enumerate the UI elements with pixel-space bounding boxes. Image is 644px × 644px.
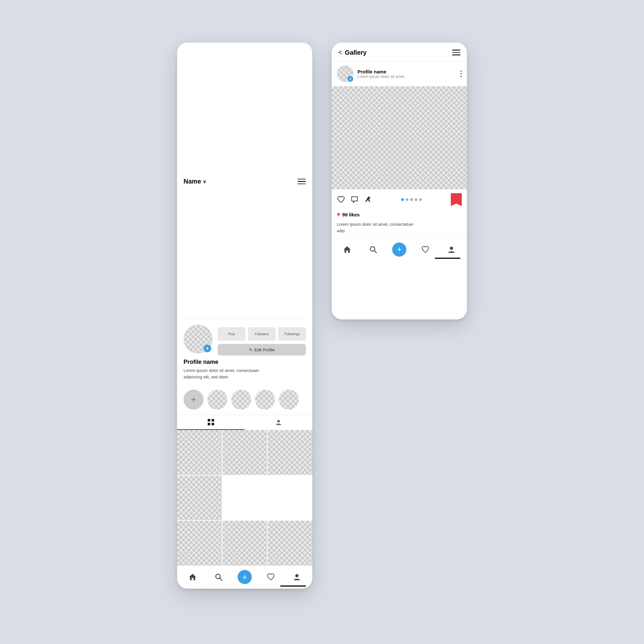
dot-indicator-2 bbox=[406, 198, 408, 201]
menu-button[interactable] bbox=[298, 179, 306, 185]
post-user-subtitle: Lorem ipsum dolor sit amet, bbox=[357, 74, 457, 79]
likes-count: 99 likes bbox=[342, 212, 360, 217]
nav-profile-button[interactable] bbox=[289, 569, 305, 585]
avatar-add-button[interactable]: + bbox=[204, 345, 211, 352]
phone-gallery: < Gallery + Profile name Lorem ipsum dol… bbox=[332, 43, 467, 319]
followers-stat: Followers bbox=[248, 327, 276, 341]
photo-cell-6[interactable] bbox=[223, 521, 267, 565]
nav-add-button[interactable]: + bbox=[237, 569, 252, 585]
hamburger-line bbox=[452, 54, 460, 55]
svg-rect-0 bbox=[208, 419, 210, 421]
search-icon bbox=[214, 573, 223, 581]
person-icon-2 bbox=[447, 245, 456, 254]
photo-cell-5[interactable] bbox=[177, 521, 222, 565]
svg-point-4 bbox=[277, 420, 280, 422]
chevron-down-icon: ∨ bbox=[203, 179, 206, 184]
share-icon bbox=[364, 195, 372, 204]
dot-2 bbox=[460, 73, 462, 74]
story-2[interactable] bbox=[231, 390, 251, 410]
person-icon bbox=[293, 573, 301, 581]
hamburger-line bbox=[452, 50, 460, 51]
add-circle-2[interactable]: + bbox=[392, 242, 406, 257]
home-icon bbox=[188, 573, 197, 581]
bottom-nav: + bbox=[177, 565, 312, 589]
heart-icon-2 bbox=[421, 245, 430, 254]
photo-grid bbox=[177, 430, 312, 565]
profile-name-header[interactable]: Name ∨ bbox=[184, 178, 206, 185]
phone-profile: Name ∨ + Post bbox=[177, 43, 312, 589]
nav-search-button[interactable] bbox=[211, 569, 226, 585]
share-button[interactable] bbox=[364, 195, 372, 204]
dot-1 bbox=[460, 71, 462, 72]
followings-stat: Followings bbox=[278, 327, 306, 341]
profile-display-name: Profile name bbox=[184, 359, 306, 365]
home-icon-2 bbox=[343, 245, 351, 254]
photo-cell-4[interactable] bbox=[177, 476, 222, 520]
gallery-menu-button[interactable] bbox=[452, 50, 460, 55]
profile-top-row: + Post Followers Followings bbox=[184, 325, 306, 355]
post-user-row: + Profile name Lorem ipsum dolor sit ame… bbox=[332, 62, 467, 86]
back-chevron-icon[interactable]: < bbox=[338, 48, 342, 57]
nav2-profile-button[interactable] bbox=[444, 242, 459, 257]
edit-profile-label: Edit Profile bbox=[254, 347, 275, 352]
stats-row: Post Followers Followings bbox=[218, 327, 306, 341]
svg-rect-3 bbox=[212, 423, 214, 425]
svg-point-7 bbox=[295, 574, 298, 577]
svg-rect-1 bbox=[212, 419, 214, 421]
dot-3 bbox=[460, 76, 462, 77]
more-options-button[interactable] bbox=[460, 71, 462, 77]
add-story-button[interactable]: + bbox=[184, 390, 204, 410]
avatar-wrap: + bbox=[184, 325, 213, 354]
heart-icon bbox=[267, 573, 275, 581]
comment-button[interactable] bbox=[350, 195, 359, 204]
nav2-home-button[interactable] bbox=[339, 242, 355, 257]
heart-outline-icon bbox=[337, 195, 345, 204]
person-tab-icon bbox=[275, 419, 282, 426]
grid-icon bbox=[207, 419, 214, 426]
post-avatar-wrap: + bbox=[337, 65, 354, 82]
photo-cell-1[interactable] bbox=[177, 430, 222, 475]
nav2-heart-button[interactable] bbox=[418, 242, 433, 257]
back-section: < Gallery bbox=[338, 48, 367, 57]
phone2-header: < Gallery bbox=[332, 43, 467, 62]
search-icon-2 bbox=[369, 245, 377, 254]
story-1[interactable] bbox=[207, 390, 227, 410]
post-likes-row: ♥ 99 likes bbox=[332, 210, 467, 220]
phone1-header: Name ∨ bbox=[177, 43, 312, 319]
bottom-nav-2: + bbox=[332, 238, 467, 261]
svg-point-11 bbox=[450, 247, 453, 250]
home-indicator bbox=[280, 585, 306, 587]
nav-heart-button[interactable] bbox=[263, 569, 279, 585]
page-container: Name ∨ + Post bbox=[177, 43, 467, 589]
heart-filled-icon: ♥ bbox=[337, 211, 340, 218]
nav2-search-button[interactable] bbox=[365, 242, 381, 257]
stories-row: + bbox=[177, 388, 312, 415]
photo-cell-7[interactable] bbox=[268, 521, 312, 565]
nav2-add-button[interactable]: + bbox=[392, 242, 407, 257]
gallery-title: Gallery bbox=[345, 49, 367, 56]
tab-tagged[interactable] bbox=[245, 415, 312, 430]
dot-indicator-1 bbox=[401, 198, 404, 201]
content-tabs bbox=[177, 415, 312, 430]
story-4[interactable] bbox=[279, 390, 299, 410]
hamburger-line bbox=[298, 181, 306, 182]
name-label: Name bbox=[184, 178, 201, 185]
stats-section: Post Followers Followings ✎ Edit Profile bbox=[218, 325, 306, 355]
post-username: Profile name bbox=[357, 69, 457, 74]
story-3[interactable] bbox=[255, 390, 275, 410]
edit-profile-button[interactable]: ✎ Edit Profile bbox=[218, 344, 306, 355]
like-button[interactable] bbox=[337, 195, 345, 204]
post-caption: Lorem ipsum dolor sit amet, consectetuer… bbox=[332, 220, 467, 238]
post-image[interactable] bbox=[332, 86, 467, 189]
post-avatar-add-button[interactable]: + bbox=[347, 76, 353, 82]
svg-rect-2 bbox=[208, 423, 210, 425]
tab-grid[interactable] bbox=[177, 415, 245, 430]
post-actions-row bbox=[332, 189, 467, 210]
photo-cell-2[interactable] bbox=[223, 430, 267, 475]
photo-cell-3[interactable] bbox=[268, 430, 312, 475]
nav-home-button[interactable] bbox=[185, 569, 200, 585]
home-indicator-2 bbox=[435, 258, 460, 259]
add-circle[interactable]: + bbox=[238, 570, 252, 584]
bookmark-button[interactable] bbox=[451, 193, 462, 206]
comment-icon bbox=[350, 195, 359, 204]
